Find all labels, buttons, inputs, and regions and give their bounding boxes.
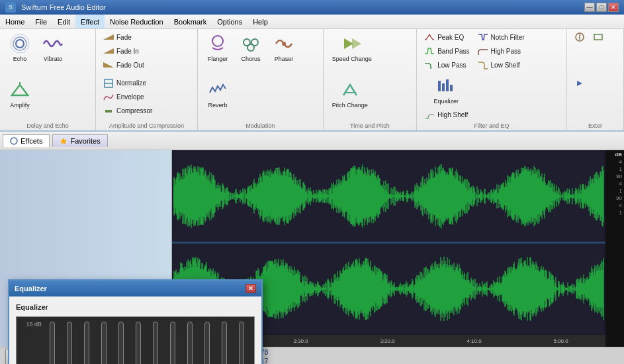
app-title: Swifturn Free Audio Editor [21,3,106,11]
menu-noise-reduction[interactable]: Noise Reduction [105,15,169,28]
eq-slider-125[interactable] [79,321,94,364]
filter-col2: Notch Filter High Pass Low Shelf [474,30,528,71]
ribbon-group-time-pitch: Speed Change Pitch Change Time and Pitch [324,29,418,130]
amplify-label: Amplify [10,102,30,109]
ribbon-btn-low-shelf[interactable]: Low Shelf [474,58,528,71]
dialog-body: Equalizer 18 dB 0 dB -18 dB [9,296,261,364]
ribbon-btn-fade-in[interactable]: Fade In [100,44,148,58]
ribbon-btn-phaser[interactable]: Phaser [268,30,300,65]
svg-marker-6 [103,48,114,54]
menu-edit[interactable]: Edit [52,15,75,28]
eq-slider-1k-input[interactable] [132,321,144,364]
flanger-icon [207,33,228,54]
ribbon-btn-exter2[interactable] [590,30,607,44]
db-ruler: dB 4 1 90 4 1 90 4 1 [605,150,624,347]
ribbon-group-delay-echo: Echo Vibrato Amplify Delay and Echo [0,29,96,130]
ribbon-btn-echo[interactable]: Echo [4,30,36,65]
maximize-btn[interactable]: □ [596,3,607,12]
ribbon-btn-reverb[interactable]: Reverb [202,77,234,111]
menu-bookmark[interactable]: Bookmark [169,15,212,28]
minimize-btn[interactable]: — [584,3,595,12]
ribbon-btn-high-shelf[interactable]: High Shelf [421,108,471,121]
dialog-close-btn[interactable]: ✕ [245,284,256,293]
ribbon-btn-equalizer[interactable]: Equalizer [421,73,471,107]
eq-slider-9k[interactable] [199,321,214,364]
ribbon-btn-exter3[interactable] [571,77,588,90]
delay-echo-label: Delay and Echo [26,121,69,129]
ribbon-btn-compressor[interactable]: Compressor [100,105,156,118]
ribbon-btn-low-pass[interactable]: Low Pass [421,58,472,71]
ribbon-btn-flanger[interactable]: Flanger [202,30,234,65]
ribbon-btn-speed[interactable]: Speed Change [328,30,377,65]
vibrato-icon [42,33,64,54]
svg-rect-10 [105,110,112,113]
eq-slider-500[interactable] [113,321,128,364]
svg-point-14 [247,44,254,51]
ribbon-btn-notch[interactable]: Notch Filter [474,30,528,44]
ribbon-btn-fade-out[interactable]: Fade Out [100,58,148,71]
tab-favorites[interactable]: Favorites [52,134,107,147]
eq-slider-6k-input[interactable] [184,321,196,364]
eq-slider-31[interactable] [44,321,60,364]
dialog-title-bar: Equalizer ✕ [9,281,261,296]
tab-effects[interactable]: Effcets [3,134,50,147]
time-mark-3: 3:20.0 [380,338,394,344]
ribbon-btn-amplify[interactable]: Amplify [4,77,36,111]
svg-marker-26 [577,81,582,86]
filter-eq-label: Filter and EQ [474,121,509,129]
ribbon-btn-pitch[interactable]: Pitch Change [328,77,373,111]
flanger-label: Flanger [208,56,228,62]
eq-slider-12k[interactable] [216,321,232,364]
eq-slider-500-input[interactable] [115,321,127,364]
eq-slider-4k[interactable] [165,321,180,364]
eq-slider-62[interactable] [62,321,77,364]
ribbon-btn-vibrato[interactable]: Vibrato [37,30,69,65]
fade-out-icon [103,60,114,70]
ribbon-group-filter-eq: Peak EQ Band Pass Low Pass [417,29,567,130]
ribbon-group-modulation: Flanger Chorus Phaser Reverb Mo [198,29,324,130]
menu-file[interactable]: File [30,15,52,28]
close-btn[interactable]: ✕ [608,3,619,12]
eq-slider-62-input[interactable] [64,321,75,364]
svg-rect-19 [438,81,441,91]
eq-slider-6k[interactable] [182,321,197,364]
eq-slider-125-input[interactable] [81,321,93,364]
menu-effect[interactable]: Effect [75,15,105,28]
echo-icon [9,33,30,54]
eq-slider-2k-input[interactable] [150,321,161,364]
menu-options[interactable]: Options [212,15,247,28]
title-bar: S Swifturn Free Audio Editor — □ ✕ [0,0,624,15]
eq-slider-9k-input[interactable] [201,321,213,364]
ribbon-btn-fade[interactable]: Fade [100,30,148,44]
eq-slider-31-input[interactable] [46,321,58,364]
time-mark-2: 2:30.0 [293,338,308,344]
eq-slider-16k-input[interactable] [236,321,247,364]
svg-marker-3 [12,85,28,95]
eq-slider-1k[interactable] [130,321,146,364]
ribbon-btn-normalize[interactable]: Normalize [100,77,156,90]
eq-slider-12k-input[interactable] [218,321,230,364]
waveform-canvas-top [173,152,604,241]
menu-help[interactable]: Help [247,15,273,28]
ribbon-btn-exter1[interactable] [571,30,588,44]
chorus-icon [240,33,261,54]
eq-slider-252[interactable] [96,321,111,364]
eq-sliders-col: 31 62 125 252 500 1k 2k 4k 6k 9k 12k 16k [44,321,249,364]
ribbon-btn-band-pass[interactable]: Band Pass [421,44,472,58]
exter3-icon [574,78,585,89]
ribbon-group-exter: Exter [567,29,624,130]
toolbar-tabs: Effcets Favorites [0,132,624,150]
menu-home[interactable]: Home [0,15,30,28]
ribbon-btn-peak-eq[interactable]: Peak EQ [421,30,472,44]
eq-slider-16k[interactable] [234,321,249,364]
vibrato-label: Vibrato [44,56,62,62]
ribbon-btn-chorus[interactable]: Chorus [235,30,267,65]
eq-slider-2k[interactable] [148,321,163,364]
eq-slider-4k-input[interactable] [167,321,179,364]
svg-rect-25 [594,34,602,40]
ribbon-btn-high-pass[interactable]: High Pass [474,44,528,58]
eq-slider-252-input[interactable] [98,321,110,364]
waveform-track-top [173,152,604,241]
ribbon-btn-envelope[interactable]: Envelope [100,91,156,104]
fade-icon [103,32,114,42]
